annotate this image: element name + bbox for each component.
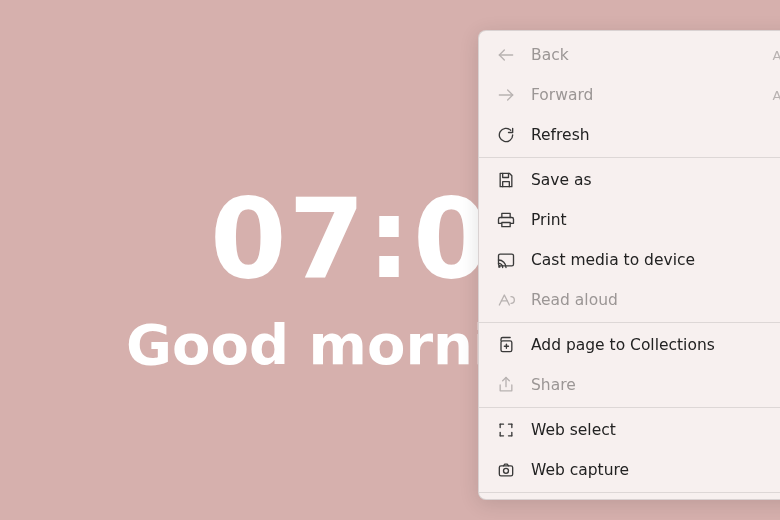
- back-arrow-icon: [495, 44, 517, 66]
- menu-item-shortcut: Alt+: [773, 88, 781, 103]
- context-menu: Back Alt+ Forward Alt+ Refresh Save as P…: [478, 30, 780, 500]
- context-menu-print[interactable]: Print: [479, 200, 780, 240]
- menu-item-label: Forward: [531, 86, 761, 104]
- menu-item-label: Back: [531, 46, 761, 64]
- menu-item-label: Web capture: [531, 461, 780, 479]
- menu-item-label: Cast media to device: [531, 251, 780, 269]
- context-menu-cast-media[interactable]: Cast media to device: [479, 240, 780, 280]
- context-menu-refresh[interactable]: Refresh: [479, 115, 780, 155]
- context-menu-back[interactable]: Back Alt+: [479, 35, 780, 75]
- context-menu-web-capture[interactable]: Web capture: [479, 450, 780, 490]
- menu-separator: [479, 322, 780, 323]
- menu-item-label: Save as: [531, 171, 780, 189]
- menu-item-label: Refresh: [531, 126, 780, 144]
- menu-item-label: Read aloud: [531, 291, 780, 309]
- cast-icon: [495, 249, 517, 271]
- svg-rect-3: [499, 466, 512, 476]
- context-menu-read-aloud[interactable]: Read aloud C: [479, 280, 780, 320]
- menu-separator: [479, 407, 780, 408]
- svg-point-1: [499, 266, 500, 267]
- web-capture-icon: [495, 459, 517, 481]
- forward-arrow-icon: [495, 84, 517, 106]
- refresh-icon: [495, 124, 517, 146]
- context-menu-web-select[interactable]: Web select: [479, 410, 780, 450]
- context-menu-share[interactable]: Share: [479, 365, 780, 405]
- menu-item-label: Web select: [531, 421, 780, 439]
- print-icon: [495, 209, 517, 231]
- menu-item-label: Add page to Collections: [531, 336, 780, 354]
- context-menu-forward[interactable]: Forward Alt+: [479, 75, 780, 115]
- save-icon: [495, 169, 517, 191]
- menu-item-shortcut: Alt+: [773, 48, 781, 63]
- web-select-icon: [495, 419, 517, 441]
- context-menu-add-to-collections[interactable]: Add page to Collections: [479, 325, 780, 365]
- menu-item-label: Print: [531, 211, 780, 229]
- menu-item-label: Share: [531, 376, 780, 394]
- context-menu-save-as[interactable]: Save as: [479, 160, 780, 200]
- collections-icon: [495, 334, 517, 356]
- share-icon: [495, 374, 517, 396]
- svg-point-4: [504, 468, 509, 473]
- menu-separator: [479, 492, 780, 493]
- read-aloud-icon: [495, 289, 517, 311]
- menu-separator: [479, 157, 780, 158]
